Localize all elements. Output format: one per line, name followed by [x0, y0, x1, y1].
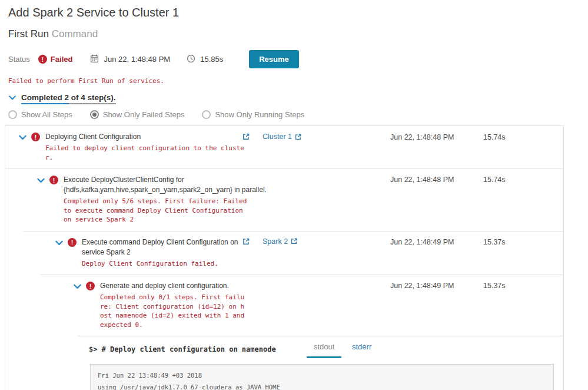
- command-type-label: Command: [52, 28, 98, 39]
- external-link-icon: [294, 133, 302, 141]
- command-output-section: $># Deploy client configuration on namen…: [5, 336, 563, 390]
- command-error-message: Failed to perform First Run of services.: [8, 77, 564, 85]
- command-subtitle: First Run Command: [8, 28, 564, 40]
- step-timestamp: Jun 22, 1:48:49 PM: [390, 282, 454, 290]
- status-label: Status: [8, 55, 30, 64]
- step-filter-group: Show All StepsShow Only Failed StepsShow…: [8, 110, 564, 119]
- command-output-header: $># Deploy client configuration on namen…: [5, 336, 563, 360]
- external-link-icon[interactable]: [242, 237, 250, 246]
- chevron-down-icon[interactable]: [73, 282, 82, 291]
- completed-total: of 4 step(s).: [69, 93, 116, 104]
- step-failed-icon: [68, 238, 77, 247]
- command-duration: 15.85s: [200, 55, 223, 64]
- step-failed-icon: [31, 133, 40, 141]
- radio-label: Show Only Running Steps: [215, 110, 304, 119]
- command-start-time: Jun 22, 1:48:48 PM: [104, 55, 170, 64]
- context-entity-name: Cluster 1: [263, 133, 292, 141]
- step-row: Generate and deploy client configuration…: [5, 275, 563, 336]
- radio-show-all-steps[interactable]: Show All Steps: [8, 110, 72, 119]
- resume-button[interactable]: Resume: [249, 50, 299, 68]
- external-link-icon: [290, 237, 298, 245]
- radio-label: Show Only Failed Steps: [103, 110, 185, 119]
- step-duration: 15.37s: [483, 238, 506, 246]
- step-timestamp: Jun 22, 1:48:48 PM: [390, 133, 454, 141]
- calendar-icon: [90, 54, 99, 65]
- page-title: Add Spark 2 Service to Cluster 1: [8, 6, 564, 19]
- chevron-down-icon[interactable]: [18, 133, 27, 142]
- step-failed-icon: [86, 282, 95, 290]
- tab-stderr[interactable]: stderr: [345, 342, 378, 356]
- context-entity-link[interactable]: Spark 2: [263, 237, 298, 246]
- step-error-message: Deploy Client Configuration failed.: [82, 259, 238, 269]
- step-context: Cluster 1: [242, 133, 302, 141]
- tab-stdout[interactable]: stdout: [307, 342, 341, 358]
- context-entity-name: Spark 2: [263, 237, 288, 246]
- step-error-message: Failed to deploy client configuration to…: [45, 144, 244, 162]
- completed-count: Completed 2: [21, 93, 69, 104]
- step-title: Deploying Client Configuration: [45, 132, 244, 142]
- step-context: Spark 2: [242, 237, 298, 246]
- failed-status-icon: [38, 55, 47, 64]
- step-duration: 15.74s: [483, 133, 506, 141]
- step-title: Generate and deploy client configuration…: [100, 281, 244, 291]
- steps-summary-row: Completed 2 of 4 step(s).: [8, 93, 564, 102]
- radio-show-only-running-steps[interactable]: Show Only Running Steps: [202, 110, 304, 119]
- radio-label: Show All Steps: [21, 110, 72, 119]
- status-bar: Status Failed Jun 22, 1:48:48 PM 15.85s …: [8, 50, 564, 68]
- step-timestamp: Jun 22, 1:48:48 PM: [390, 176, 454, 184]
- shell-command: # Deploy client configuration on namenod…: [101, 345, 275, 353]
- command-details-page: Add Spark 2 Service to Cluster 1 First R…: [0, 0, 564, 390]
- step-error-message: Completed only 5/6 steps. First failure:…: [64, 197, 267, 224]
- step-row: Execute command Deploy Client Configurat…: [5, 231, 563, 275]
- shell-command-line: $># Deploy client configuration on namen…: [89, 345, 276, 353]
- shell-prompt: $>: [89, 345, 97, 353]
- step-error-message: Completed only 0/1 steps. First failu re…: [100, 293, 244, 329]
- radio-icon[interactable]: [8, 110, 17, 119]
- status-value: Failed: [51, 55, 73, 64]
- chevron-down-icon[interactable]: [8, 94, 16, 102]
- chevron-down-icon[interactable]: [55, 239, 64, 247]
- step-row: Execute DeployClusterClientConfig for {h…: [5, 168, 563, 231]
- step-timestamp: Jun 22, 1:48:49 PM: [390, 238, 454, 246]
- chevron-down-icon[interactable]: [36, 176, 45, 185]
- step-duration: 15.37s: [483, 282, 506, 290]
- step-duration: 15.74s: [483, 176, 506, 184]
- completed-steps-link[interactable]: Completed 2 of 4 step(s).: [21, 93, 116, 102]
- step-row: Deploying Client Configuration Failed to…: [5, 126, 563, 168]
- radio-icon[interactable]: [202, 110, 211, 119]
- step-title: Execute DeployClusterClientConfig for {h…: [64, 175, 267, 195]
- stdout-log: Fri Jun 22 13:48:49 +03 2018 using /usr/…: [90, 364, 554, 390]
- context-entity-link[interactable]: Cluster 1: [263, 133, 302, 141]
- command-name: First Run: [8, 28, 49, 39]
- step-failed-icon: [49, 176, 58, 184]
- external-link-icon[interactable]: [242, 133, 250, 141]
- radio-show-only-failed-steps[interactable]: Show Only Failed Steps: [90, 110, 185, 119]
- steps-table: Deploying Client Configuration Failed to…: [5, 125, 564, 390]
- clock-icon: [187, 54, 195, 65]
- step-title: Execute command Deploy Client Configurat…: [82, 237, 238, 257]
- radio-icon[interactable]: [90, 110, 99, 119]
